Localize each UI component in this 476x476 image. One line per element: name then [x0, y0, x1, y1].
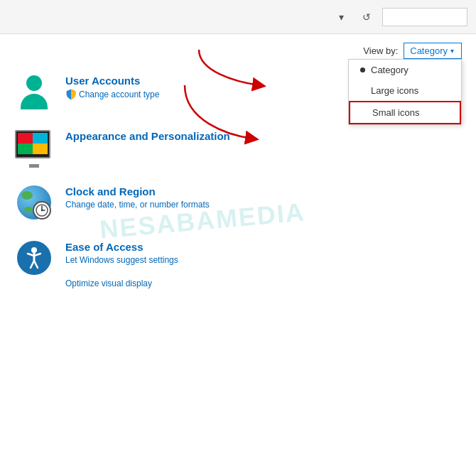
refresh-icon[interactable]: ↺ [357, 7, 377, 27]
category-clock: Clock and Region Change date, time, or n… [14, 183, 462, 222]
monitor-icon [15, 130, 50, 158]
user-figure [16, 74, 52, 109]
menu-item-category[interactable]: Category [349, 60, 461, 80]
user-accounts-link-change[interactable]: Change account type [79, 90, 159, 99]
screen-q1 [18, 133, 33, 144]
selected-dot [360, 67, 365, 72]
appearance-title[interactable]: Appearance and Personalization [65, 130, 230, 142]
clock-link-date[interactable]: Change date, time, or number formats [65, 200, 210, 210]
clock-small [33, 201, 51, 220]
menu-item-small-icons[interactable]: Small icons [349, 101, 461, 124]
user-body [21, 94, 48, 109]
menu-item-large-icons[interactable]: Large icons [349, 80, 461, 101]
screen-q2 [33, 133, 48, 144]
clock-title[interactable]: Clock and Region [65, 185, 210, 198]
ease-circle [17, 241, 51, 275]
svg-line-8 [31, 261, 34, 268]
viewby-button-label: Category [410, 45, 448, 56]
ease-of-access-icon [14, 238, 54, 278]
ease-link-optimize[interactable]: Optimize visual display [65, 278, 178, 288]
clock-region-icon [14, 183, 54, 222]
clock-face [36, 204, 48, 217]
chevron-down-icon: ▾ [450, 47, 454, 55]
screen-grid [18, 133, 48, 154]
land3 [24, 207, 33, 212]
screen-q3 [18, 144, 33, 154]
user-accounts-icon [14, 72, 54, 112]
ease-text: Ease of Access Let Windows suggest setti… [65, 238, 178, 289]
user-accounts-text: User Accounts Change account type [65, 72, 159, 100]
appearance-text: Appearance and Personalization [65, 127, 230, 144]
viewby-button[interactable]: Category ▾ [404, 43, 462, 59]
unselected-placeholder [360, 88, 365, 93]
ease-title[interactable]: Ease of Access [65, 241, 178, 253]
accessibility-figure [23, 247, 45, 269]
appearance-icon [14, 127, 54, 167]
ease-link-suggest[interactable]: Let Windows suggest settings [65, 255, 178, 265]
category-ease-of-access: Ease of Access Let Windows suggest setti… [14, 238, 462, 289]
viewby-label: View by: [363, 45, 398, 56]
chevron-down-icon[interactable]: ▾ [331, 7, 351, 27]
screen-q4 [33, 144, 48, 154]
category-appearance: Appearance and Personalization [14, 127, 462, 167]
top-bar: ▾ ↺ [0, 0, 476, 34]
viewby-menu: Category Large icons Small icons [348, 59, 462, 125]
user-accounts-title[interactable]: User Accounts [65, 75, 159, 87]
globe-clock [17, 185, 51, 220]
user-head [26, 75, 42, 91]
svg-line-9 [34, 261, 38, 268]
svg-point-3 [41, 210, 43, 211]
viewby-bar: View by: Category ▾ Category Large icons… [0, 34, 476, 65]
land1 [21, 191, 33, 200]
viewby-dropdown[interactable]: Category ▾ Category Large icons Small ic… [404, 43, 462, 59]
uac-shield-icon [65, 89, 77, 100]
clock-text: Clock and Region Change date, time, or n… [65, 183, 210, 210]
unselected-placeholder [362, 110, 367, 115]
monitor-stand [29, 164, 39, 168]
menu-item-small-icons-label: Small icons [372, 107, 419, 118]
search-input[interactable] [382, 8, 467, 26]
menu-item-large-icons-label: Large icons [371, 85, 418, 96]
menu-item-category-label: Category [371, 65, 409, 75]
